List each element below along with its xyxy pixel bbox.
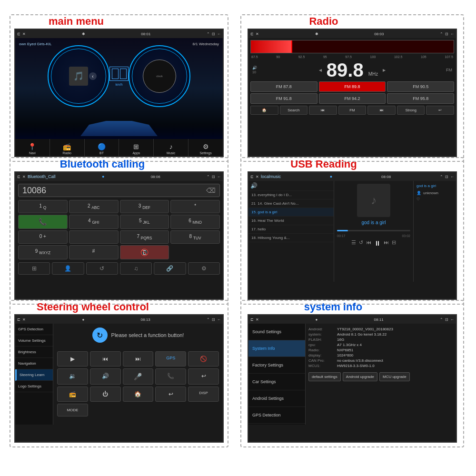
- sw-hangup-btn[interactable]: ↩: [188, 368, 219, 385]
- sw-nav-item[interactable]: Navigation: [15, 358, 53, 369]
- sw-refresh-btn[interactable]: ↻: [92, 327, 108, 343]
- sw-logo-item[interactable]: Logo Settings: [15, 381, 53, 392]
- radio-next-btn[interactable]: ⏭: [367, 106, 396, 115]
- preset-4[interactable]: FM 91.8: [250, 93, 317, 104]
- sw-left-icons: ⊏ ✕: [17, 317, 26, 322]
- sw-brightness-item[interactable]: Brightness: [15, 347, 53, 358]
- sw-power-btn[interactable]: ⏻: [90, 387, 121, 402]
- system-val: Android 8.1 Go kenel 3.18.22: [337, 332, 387, 337]
- sw-gps-btn[interactable]: GPS: [155, 351, 186, 367]
- preset-6[interactable]: FM 95.8: [387, 93, 454, 104]
- key-8[interactable]: 8 TUV: [170, 230, 220, 244]
- key-end[interactable]: 📵: [120, 245, 169, 259]
- key-star[interactable]: *: [170, 200, 220, 213]
- bt-menu-item[interactable]: 🔵 BT: [85, 139, 119, 157]
- sw-gps-item[interactable]: GPS Detection: [15, 324, 53, 335]
- key-9[interactable]: 9 WXYZ: [18, 245, 68, 259]
- freq-display: ◀ 89.8 MHz ▶ 🔊10 FM: [250, 60, 454, 79]
- sysinfo-gps-item[interactable]: GPS Detection: [248, 407, 305, 424]
- sysinfo-sound-item[interactable]: Sound Settings: [248, 324, 305, 340]
- sw-time: 08:13: [141, 317, 150, 322]
- sysinfo-sysinfo-item[interactable]: System Info: [248, 340, 305, 357]
- song-item-18[interactable]: 18. Hillsong Young &...: [248, 234, 334, 242]
- sw-return-btn[interactable]: ↩: [155, 387, 186, 402]
- favorite-icon[interactable]: ♡: [416, 197, 453, 201]
- sw-prev-btn[interactable]: ⏮: [90, 351, 121, 367]
- sw-steering-item[interactable]: Steering Learn: [15, 369, 53, 381]
- player-play-btn[interactable]: ⏸: [374, 239, 381, 247]
- bt-contacts-btn[interactable]: 👤: [52, 262, 84, 275]
- sw-vol-up-btn[interactable]: 🔊: [90, 368, 121, 385]
- bt-keypad-btn[interactable]: ⊞: [18, 262, 50, 275]
- song-item-17[interactable]: 17. hello: [248, 225, 334, 234]
- key-6[interactable]: 6 MNO: [170, 215, 220, 229]
- song-item-16[interactable]: 16. Heal The World: [248, 217, 334, 225]
- bt-recent-btn[interactable]: ↺: [86, 262, 118, 275]
- key-hash[interactable]: #: [69, 245, 119, 259]
- preset-2[interactable]: FM 89.8: [319, 81, 386, 92]
- sysinfo-label: system info: [286, 301, 381, 313]
- preset-5[interactable]: FM 94.2: [319, 93, 386, 104]
- radio-return-btn[interactable]: ↩: [426, 106, 454, 115]
- song-item-14[interactable]: 21 14. Glee Cast-Ain't No...: [248, 199, 334, 208]
- sysinfo-car-item[interactable]: Car Settings: [248, 374, 305, 390]
- preset-3[interactable]: FM 90.5: [387, 81, 454, 92]
- player-prev-btn[interactable]: ⏮: [366, 239, 371, 247]
- backspace-btn[interactable]: ⌫: [206, 187, 216, 194]
- key-5[interactable]: 5 JKL: [120, 215, 169, 229]
- radio-strong-btn[interactable]: Strong: [397, 106, 425, 115]
- player-next-btn[interactable]: ⏭: [384, 239, 389, 247]
- time-labels: 00:17 03:02: [337, 234, 410, 238]
- key-0[interactable]: 0 +: [18, 230, 68, 244]
- radio-fm-btn[interactable]: FM: [338, 106, 367, 115]
- sw-mode-btn[interactable]: MODE: [57, 404, 88, 416]
- apps-menu-item[interactable]: ⊞ Apps: [119, 139, 154, 157]
- navi-menu-item[interactable]: 📍 Navi: [15, 139, 50, 157]
- default-settings-btn[interactable]: default settings: [308, 372, 341, 381]
- sw-mic-btn[interactable]: 🎤: [123, 368, 154, 385]
- sysinfo-android-item[interactable]: Android Settings: [248, 390, 305, 407]
- equalizer-icon[interactable]: ⊟: [392, 239, 396, 247]
- back-icon: ←: [217, 32, 221, 36]
- radio-home-btn[interactable]: 🏠: [250, 106, 278, 115]
- sw-radio-btn[interactable]: 📻: [57, 387, 88, 402]
- progress-bar: [337, 230, 410, 231]
- settings-menu-item[interactable]: ⚙ Settings: [188, 139, 223, 157]
- sw-call-btn[interactable]: 📞: [155, 368, 186, 385]
- radio-menu-item[interactable]: 📻 Radio: [50, 139, 85, 157]
- nav-left-arrow[interactable]: ‹: [89, 72, 97, 80]
- key-3[interactable]: 3 DEF: [120, 200, 169, 213]
- usb-topbar: ⊏ ✕ localmusic ● 08:08 ⌃ ⊡ ←: [248, 172, 456, 181]
- artist-icon: 👤: [416, 191, 421, 195]
- android-upgrade-btn[interactable]: Android upgrade: [343, 372, 377, 381]
- key-4[interactable]: 4 GHI: [69, 215, 119, 229]
- usb-indicator: ●: [330, 174, 332, 179]
- sw-play-btn[interactable]: ▶: [57, 351, 88, 367]
- sw-vol-down-btn[interactable]: 🔉: [57, 368, 88, 385]
- list-icon[interactable]: ☰: [351, 239, 356, 247]
- display-row: display: 1024*600: [308, 353, 453, 358]
- bt-music-btn[interactable]: ♫: [120, 262, 152, 275]
- key-7[interactable]: 7 PQRS: [120, 230, 169, 244]
- key-1[interactable]: 1 Q: [18, 200, 68, 213]
- sw-volume-item[interactable]: Volume Settings: [15, 335, 53, 347]
- sw-disp-btn[interactable]: DISP: [188, 387, 219, 402]
- radio-prev-btn[interactable]: ⏮: [309, 106, 337, 115]
- music-menu-item[interactable]: ♪ Music: [154, 139, 188, 157]
- radio-search-btn[interactable]: Search: [280, 106, 308, 115]
- mcu-key: MCU1:: [308, 364, 337, 368]
- song-item-13[interactable]: 13. everything I do I D...: [248, 191, 334, 199]
- key-call[interactable]: 📞: [18, 215, 68, 229]
- key-2[interactable]: 2 ABC: [69, 200, 119, 213]
- mcu-upgrade-btn[interactable]: MCU upgrade: [379, 372, 410, 381]
- sysinfo-factory-item[interactable]: Factory Settings: [248, 357, 305, 374]
- bt-settings-btn[interactable]: ⚙: [188, 262, 220, 275]
- song-item-15[interactable]: 15. god is a girl: [248, 208, 334, 217]
- repeat-icon[interactable]: ↺: [359, 239, 363, 247]
- sw-next-btn[interactable]: ⏭: [123, 351, 154, 367]
- time-total: 03:02: [402, 234, 410, 238]
- sw-home-btn[interactable]: 🏠: [123, 387, 154, 402]
- sw-mute-btn[interactable]: 🚫: [188, 351, 219, 367]
- bt-link-btn[interactable]: 🔗: [154, 262, 186, 275]
- preset-1[interactable]: FM 87.8: [250, 81, 317, 92]
